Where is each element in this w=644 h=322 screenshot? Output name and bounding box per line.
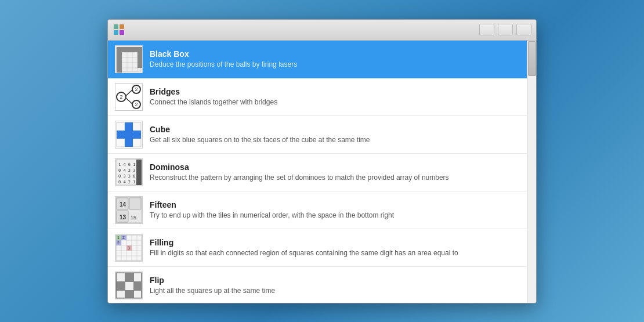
svg-text:0 4 2 1: 0 4 2 1 [118, 180, 136, 184]
svg-rect-18 [117, 52, 122, 57]
puzzle-name-flip: Flip [150, 276, 520, 285]
scrollbar-thumb[interactable] [528, 41, 536, 76]
svg-text:2: 2 [117, 241, 120, 245]
window-controls [479, 24, 531, 35]
puzzle-item-blackbox[interactable]: 1 Black BoxDeduce the positions of the b… [108, 41, 527, 78]
svg-text:3: 3 [128, 246, 130, 250]
svg-rect-14 [117, 47, 122, 52]
puzzle-desc-bridges: Connect the islands together with bridge… [150, 98, 520, 106]
svg-rect-24 [117, 68, 122, 73]
svg-rect-2 [114, 30, 118, 35]
maximize-button[interactable] [498, 24, 513, 35]
svg-rect-43 [125, 122, 133, 131]
svg-rect-17 [132, 47, 138, 52]
puzzle-name-filling: Filling [150, 238, 520, 247]
svg-rect-22 [117, 63, 122, 68]
svg-text:0 4 3 3: 0 4 3 3 [118, 168, 136, 173]
close-button[interactable] [516, 24, 531, 35]
svg-rect-19 [138, 52, 142, 57]
main-window: 1 Black BoxDeduce the positions of the b… [107, 19, 537, 303]
scrollbar-track[interactable] [527, 41, 536, 303]
titlebar [108, 20, 536, 41]
puzzle-thumb-filling: 1 2 2 3 [115, 234, 143, 262]
puzzle-thumb-bridges: 2 2 2 [115, 83, 143, 111]
svg-text:1 4 6 1: 1 4 6 1 [118, 162, 136, 167]
svg-rect-88 [117, 291, 125, 298]
svg-text:14: 14 [120, 201, 126, 208]
puzzle-info-cube: CubeGet all six blue squares on to the s… [150, 125, 520, 144]
svg-rect-57 [129, 198, 141, 209]
puzzle-desc-blackbox: Deduce the positions of the balls by fir… [150, 60, 520, 68]
svg-rect-23 [138, 63, 142, 68]
puzzle-thumb-cube [115, 121, 143, 149]
puzzle-item-bridges[interactable]: 2 2 2 BridgesConnect the islands togethe… [108, 78, 527, 116]
puzzle-desc-dominosa: Reconstruct the pattern by arranging the… [150, 173, 520, 182]
svg-rect-20 [117, 57, 122, 63]
svg-text:2: 2 [122, 236, 125, 240]
puzzle-name-blackbox: Black Box [150, 49, 520, 59]
puzzle-item-flip[interactable]: FlipLight all the squares up at the same… [108, 267, 527, 303]
svg-rect-16 [127, 47, 132, 52]
svg-rect-45 [125, 139, 133, 147]
puzzle-name-cube: Cube [150, 125, 520, 134]
svg-text:2: 2 [120, 94, 122, 100]
svg-rect-21 [138, 57, 142, 63]
puzzle-thumb-dominosa: 1 4 6 1 0 4 3 3 0 3 3 8 0 4 2 1 [115, 158, 143, 186]
puzzle-thumb-blackbox: 1 [115, 45, 143, 73]
puzzle-item-dominosa[interactable]: 1 4 6 1 0 4 3 3 0 3 3 8 0 4 2 1 Dominosa… [108, 154, 527, 191]
svg-rect-0 [114, 24, 118, 29]
puzzle-list[interactable]: 1 Black BoxDeduce the positions of the b… [108, 41, 527, 303]
puzzle-name-dominosa: Dominosa [150, 162, 520, 172]
minimize-button[interactable] [479, 24, 494, 35]
svg-rect-3 [120, 30, 124, 35]
svg-rect-53 [136, 160, 142, 185]
puzzle-info-flip: FlipLight all the squares up at the same… [150, 276, 520, 295]
svg-text:0 3 3 8: 0 3 3 8 [118, 174, 136, 179]
svg-rect-15 [122, 47, 127, 52]
puzzle-item-fifteen[interactable]: 14 13 15 FifteenTry to end up with the t… [108, 191, 527, 229]
puzzle-desc-flip: Light all the squares up at the same tim… [150, 287, 520, 295]
svg-rect-25 [138, 47, 142, 52]
svg-text:13: 13 [120, 214, 126, 220]
svg-text:1: 1 [139, 68, 141, 72]
svg-rect-86 [125, 282, 133, 290]
puzzle-info-dominosa: DominosaReconstruct the pattern by arran… [150, 162, 520, 182]
svg-rect-89 [125, 291, 133, 298]
svg-rect-83 [125, 273, 133, 281]
puzzle-info-filling: FillingFill in digits so that each conne… [150, 238, 520, 257]
svg-rect-1 [120, 24, 124, 29]
puzzle-desc-cube: Get all six blue squares on to the six f… [150, 136, 520, 144]
puzzle-thumb-flip [115, 272, 143, 299]
content-area: 1 Black BoxDeduce the positions of the b… [108, 41, 536, 303]
puzzle-name-fifteen: Fifteen [150, 200, 520, 209]
svg-rect-87 [134, 282, 141, 290]
svg-rect-84 [134, 273, 141, 281]
svg-rect-46 [133, 131, 141, 139]
puzzle-desc-fifteen: Try to end up with the tiles in numerica… [150, 211, 520, 219]
svg-rect-44 [125, 131, 133, 139]
puzzle-info-bridges: BridgesConnect the islands together with… [150, 87, 520, 106]
svg-text:2: 2 [135, 102, 138, 107]
app-icon [113, 23, 125, 36]
puzzle-desc-filling: Fill in digits so that each connected re… [150, 249, 520, 257]
svg-rect-42 [117, 131, 125, 139]
puzzle-item-filling[interactable]: 1 2 2 3 FillingFill in digits so that ea… [108, 229, 527, 267]
svg-text:15: 15 [131, 215, 136, 220]
puzzle-info-fifteen: FifteenTry to end up with the tiles in n… [150, 200, 520, 219]
svg-rect-82 [117, 273, 125, 281]
puzzle-name-bridges: Bridges [150, 87, 520, 96]
svg-text:1: 1 [117, 236, 120, 240]
puzzle-thumb-fifteen: 14 13 15 [115, 196, 143, 224]
puzzle-info-blackbox: Black BoxDeduce the positions of the bal… [150, 49, 520, 68]
svg-rect-85 [117, 282, 125, 290]
svg-text:2: 2 [135, 86, 138, 92]
svg-rect-90 [134, 291, 141, 298]
puzzle-item-cube[interactable]: CubeGet all six blue squares on to the s… [108, 116, 527, 154]
